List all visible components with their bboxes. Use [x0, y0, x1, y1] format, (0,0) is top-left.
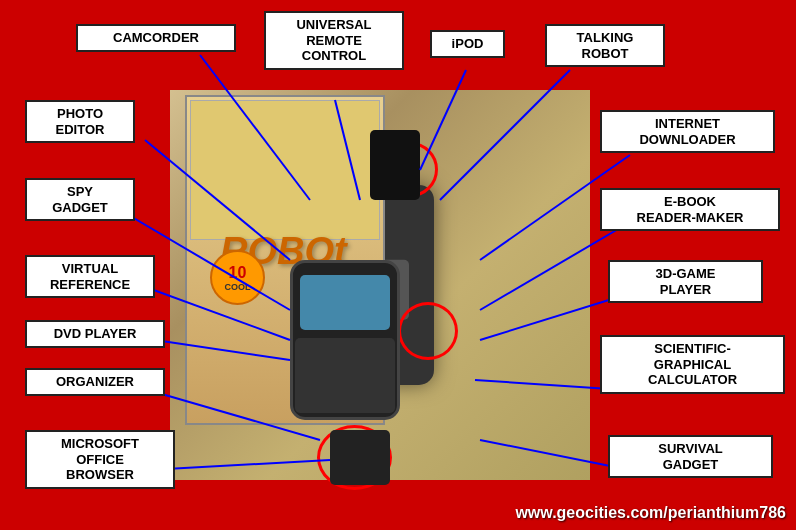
label-photo-editor: PHOTOEDITOR — [25, 100, 135, 143]
label-ebook-reader: E-BOOKREADER-MAKER — [600, 188, 780, 231]
label-scientific-calc: SCIENTIFIC-GRAPHICALCALCULATOR — [600, 335, 785, 394]
label-ipod: iPOD — [430, 30, 505, 58]
label-dvd-player: DVD PLAYER — [25, 320, 165, 348]
label-internet-downloader: INTERNETDOWNLOADER — [600, 110, 775, 153]
top-device — [370, 130, 420, 200]
label-organizer: ORGANIZER — [25, 368, 165, 396]
phone-keypad — [295, 338, 395, 413]
phone-screen — [300, 275, 390, 330]
label-ms-office: MICROSOFTOFFICEBROWSER — [25, 430, 175, 489]
small-device-bottom — [330, 430, 390, 485]
label-survival-gadget: SURVIVALGADGET — [608, 435, 773, 478]
label-virtual-reference: VIRTUALREFERENCE — [25, 255, 155, 298]
label-3d-game-player: 3D-GAMEPLAYER — [608, 260, 763, 303]
badge-10-cool: 10 COOL — [210, 250, 265, 305]
watermark: www.geocities.com/perianthium786 — [515, 504, 786, 522]
label-spy-gadget: SPYGADGET — [25, 178, 135, 221]
label-camcorder: CAMCORDER — [76, 24, 236, 52]
red-circle-middle — [398, 302, 458, 360]
label-universal-remote: UNIVERSALREMOTECONTROL — [264, 11, 404, 70]
label-talking-robot: TALKINGROBOT — [545, 24, 665, 67]
